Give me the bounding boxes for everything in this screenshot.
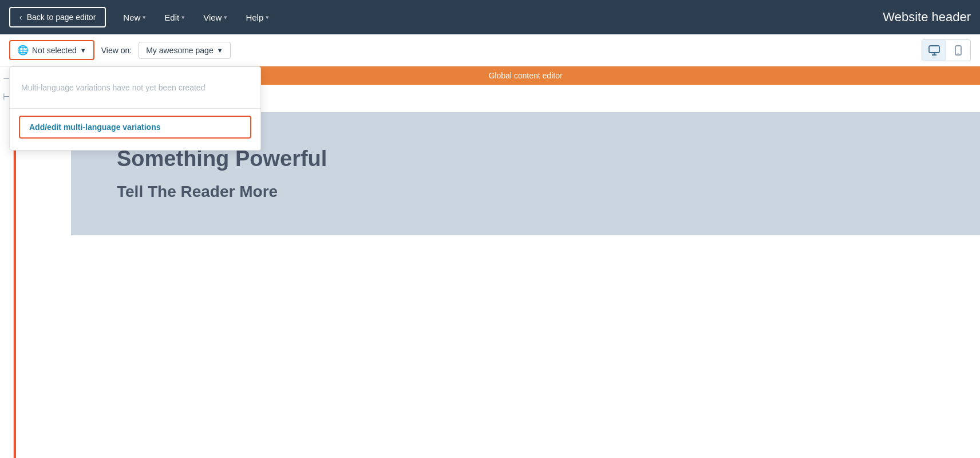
hero-subtitle: Tell The Reader More — [117, 183, 934, 201]
language-selector-label: Not selected — [32, 46, 77, 55]
language-dropdown-panel: Multi-language variations have not yet b… — [9, 66, 261, 151]
page-selector-label: My awesome page — [146, 46, 214, 55]
nav-item-view[interactable]: View ▾ — [195, 8, 235, 27]
nav-chevron-help-icon: ▾ — [266, 14, 269, 21]
nav-chevron-edit-icon: ▾ — [181, 14, 185, 21]
page-selector[interactable]: My awesome page ▼ — [139, 42, 230, 59]
nav-item-new[interactable]: New ▾ — [115, 8, 154, 27]
nav-item-edit-label: Edit — [164, 13, 179, 22]
dropdown-divider — [10, 108, 260, 109]
nav-menu: New ▾ Edit ▾ View ▾ Help ▾ — [115, 8, 277, 27]
page-chevron-icon: ▼ — [217, 47, 223, 54]
sub-toolbar: 🌐 Not selected ▼ View on: My awesome pag… — [0, 34, 980, 66]
language-selector[interactable]: 🌐 Not selected ▼ — [9, 40, 94, 60]
device-controls — [922, 40, 971, 61]
back-label: Back to page editor — [27, 13, 96, 22]
mobile-view-button[interactable] — [946, 40, 970, 61]
add-edit-multilanguage-button[interactable]: Add/edit multi-language variations — [19, 116, 251, 139]
dropdown-empty-message: Multi-language variations have not yet b… — [10, 76, 260, 104]
desktop-view-button[interactable] — [922, 40, 946, 61]
svg-point-4 — [958, 53, 959, 54]
nav-item-view-label: View — [203, 13, 222, 22]
back-to-editor-button[interactable]: ‹ Back to page editor — [9, 7, 106, 27]
svg-rect-0 — [929, 46, 939, 53]
website-header-title: Website header — [883, 10, 971, 25]
nav-item-help-label: Help — [246, 13, 263, 22]
nav-item-new-label: New — [123, 13, 140, 22]
back-chevron-icon: ‹ — [19, 13, 22, 22]
mobile-icon — [955, 45, 962, 56]
nav-item-help[interactable]: Help ▾ — [238, 8, 277, 27]
nav-chevron-new-icon: ▾ — [143, 14, 146, 21]
nav-chevron-view-icon: ▾ — [224, 14, 227, 21]
nav-item-edit[interactable]: Edit ▾ — [156, 8, 193, 27]
globe-icon: 🌐 — [17, 45, 29, 56]
desktop-icon — [928, 45, 940, 56]
top-nav: ‹ Back to page editor New ▾ Edit ▾ View … — [0, 0, 980, 34]
language-chevron-icon: ▼ — [80, 47, 86, 54]
view-on-label: View on: — [101, 46, 132, 55]
